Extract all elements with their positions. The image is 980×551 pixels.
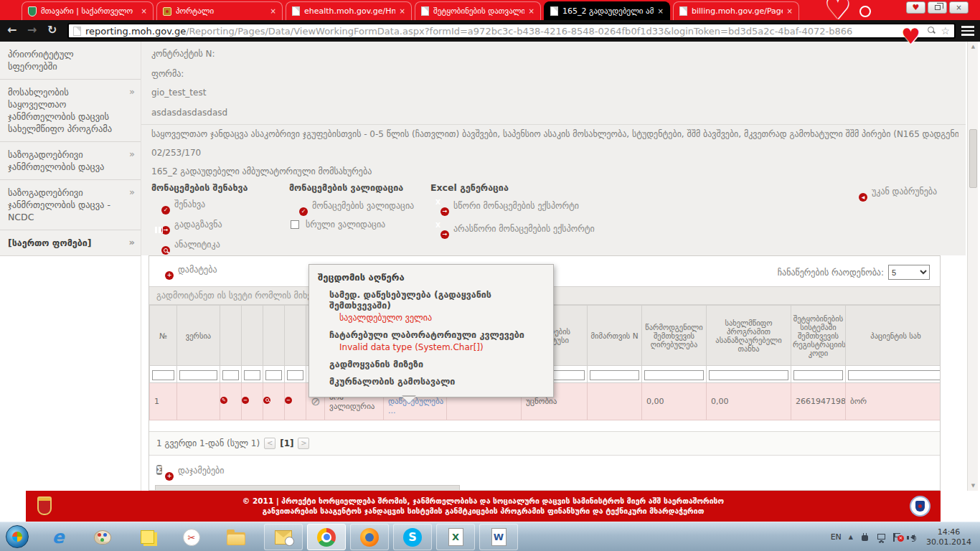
sidebar-item-public-health[interactable]: საზოგადოებრივი ჯანმრთელობის დაცვა »: [0, 141, 141, 179]
page-favicon: [550, 6, 558, 16]
filter-input[interactable]: [244, 370, 260, 380]
search-icon[interactable]: [928, 27, 936, 35]
cell-edit[interactable]: ✎: [220, 383, 242, 420]
network-icon[interactable]: [877, 532, 886, 542]
browser-menu-button[interactable]: [961, 26, 974, 38]
url-text[interactable]: reporting.moh.gov.ge/Reporting/Pages/Dat…: [85, 26, 923, 37]
start-button[interactable]: [6, 525, 29, 548]
current-page[interactable]: [1]: [280, 438, 293, 448]
column-header-patient-name[interactable]: პაციენტის სახ: [846, 306, 941, 366]
taskbar-excel[interactable]: X: [436, 524, 475, 550]
address-bar[interactable]: reporting.moh.gov.ge/Reporting/Pages/Dat…: [67, 23, 956, 39]
column-header-case-cost[interactable]: წარმოდგენილი შემთხვევის ღირებულება: [642, 306, 707, 366]
filter-input[interactable]: [287, 370, 303, 380]
filter-input[interactable]: [709, 370, 788, 380]
scrollbar-thumb[interactable]: [969, 129, 977, 188]
sidebar-item-public-health-ncdc[interactable]: საზოგადოებრივი ჯანმრთელობის დაცვა - NCDC…: [0, 179, 141, 230]
close-button[interactable]: ×: [949, 1, 969, 14]
scroll-up-icon[interactable]: ▲: [968, 44, 979, 50]
speaker-icon[interactable]: [910, 532, 919, 542]
restore-button[interactable]: [928, 1, 947, 14]
filter-input[interactable]: [590, 370, 639, 380]
power-plug-icon[interactable]: [860, 532, 870, 542]
tab-close-icon[interactable]: ×: [400, 7, 405, 15]
send-button[interactable]: → გადაგზავნა: [153, 217, 222, 232]
tab-close-icon[interactable]: ×: [529, 7, 534, 15]
summaries-button[interactable]: Σ+ დაჯამებები: [156, 463, 225, 479]
column-header-reg-code[interactable]: შეტყობინების სისტემაში შემთხვევის რეგისტ…: [791, 306, 846, 366]
column-header-referral-n[interactable]: მიმართვის N: [588, 306, 642, 366]
analytics-button[interactable]: ანალიტიკა: [153, 237, 220, 253]
excel-export-icon: X→: [432, 198, 447, 214]
taskbar-outlook[interactable]: [264, 524, 303, 550]
export-invalid-button[interactable]: X→ არასწორი მონაცემების ექსპორტი: [432, 221, 595, 237]
pagination-bar: 1 გვერდი 1-დან (სულ 1) < [1] >: [149, 431, 941, 456]
pagination-text: 1 გვერდი 1-დან (სულ 1): [156, 438, 260, 448]
minimize-button[interactable]: ♥: [906, 1, 925, 14]
tab-close-icon[interactable]: ×: [787, 7, 793, 15]
tab-portali[interactable]: პორტალი ×: [156, 1, 283, 20]
cell-delete[interactable]: −: [242, 383, 263, 420]
reload-button[interactable]: ↻: [47, 23, 57, 37]
sidebar-item-universal-healthcare[interactable]: მოსახლეობის საყოველთაო ჯანმრთელობის დაცვ…: [0, 79, 141, 141]
forward-button[interactable]: →: [27, 23, 37, 37]
add-record-button[interactable]: + დამატება: [156, 262, 217, 278]
add-icon: +: [156, 262, 171, 278]
column-header-icon: [285, 306, 306, 366]
taskbar-explorer[interactable]: [217, 524, 255, 550]
tab-mtavari[interactable]: მთავარი | საქართველო ×: [22, 1, 154, 20]
tray-expand-icon[interactable]: ▲: [849, 534, 853, 540]
action-center-flag-icon[interactable]: [893, 532, 903, 542]
column-header-program-amount[interactable]: სახელმწიფო პროგრამით ასანაზღაურებელი თან…: [707, 306, 791, 366]
save-button[interactable]: ✓ შენახვა: [153, 197, 205, 212]
tab-billing[interactable]: billing.moh.gov.ge/Pages ×: [673, 1, 799, 20]
taskbar-sticky-notes[interactable]: [128, 524, 166, 550]
taskbar-internet-explorer[interactable]: e: [39, 524, 77, 550]
scroll-down-icon[interactable]: ▼: [968, 483, 979, 489]
filter-input[interactable]: [265, 370, 282, 380]
previous-page-button[interactable]: <: [264, 438, 275, 449]
link-ellipsis[interactable]: ...: [388, 406, 442, 415]
export-invalid-label: არასწორი მონაცემების ექსპორტი: [453, 224, 595, 234]
back-button[interactable]: ←: [7, 23, 17, 37]
cell-remove[interactable]: −: [285, 383, 306, 420]
tooltip-field: სამედ. დაწესებულება (გადაყვანის შემთხვევ…: [329, 289, 545, 311]
taskbar-clock[interactable]: 14:46 30.01.2014: [926, 527, 977, 547]
tab-shetkobineba[interactable]: შეტყობინების დათვალი ×: [415, 1, 541, 20]
sidebar-item-label: მოსახლეობის საყოველთაო ჯანმრთელობის დაცვ…: [8, 87, 112, 134]
full-validation-checkbox[interactable]: [291, 220, 299, 229]
sidebar-item-common-forms[interactable]: [საერთო ფომები] »: [0, 230, 141, 255]
filter-input[interactable]: [848, 370, 941, 380]
taskbar-paint[interactable]: [83, 524, 122, 550]
sidebar-item-priority-areas[interactable]: პრიორიტეტულ სფეროებში: [0, 42, 141, 79]
validate-button[interactable]: ✓ მონაცემების ვალიდაცია: [291, 198, 414, 214]
next-page-button[interactable]: >: [298, 438, 309, 449]
column-header-version[interactable]: ვერსია: [177, 306, 220, 366]
tab-ehealth[interactable]: ehealth.moh.gov.ge/Hmis ×: [286, 1, 412, 20]
language-indicator[interactable]: EN: [831, 532, 842, 542]
taskbar-skype[interactable]: S: [393, 524, 432, 550]
tab-label: ehealth.moh.gov.ge/Hmis: [304, 6, 395, 16]
filter-input[interactable]: [222, 370, 239, 380]
back-to-list-button[interactable]: ◀ უკან დაბრუნება: [850, 184, 937, 199]
magnifier-badge-icon: [263, 397, 270, 404]
arrow-badge-icon: →: [440, 207, 449, 216]
bookmark-star-icon[interactable]: ☆: [941, 25, 950, 37]
taskbar-snipping-tool[interactable]: ✂: [172, 524, 211, 550]
page-scrollbar[interactable]: ▲ ▼: [967, 42, 978, 491]
records-count-select[interactable]: 5: [888, 265, 930, 280]
taskbar-chrome-active[interactable]: [307, 524, 346, 550]
filter-input[interactable]: [644, 370, 704, 380]
taskbar-word[interactable]: W: [479, 524, 518, 550]
filter-input[interactable]: [793, 370, 843, 380]
tab-close-icon[interactable]: ×: [270, 7, 276, 15]
tab-active-165-2[interactable]: 165_2 გადაუდებელი ამბუ ×: [544, 1, 670, 20]
cell-view[interactable]: [263, 383, 285, 420]
filter-input[interactable]: [152, 370, 174, 380]
tab-close-icon[interactable]: ×: [658, 7, 664, 15]
tab-close-icon[interactable]: ×: [141, 7, 147, 15]
column-header-num[interactable]: №: [150, 306, 177, 366]
filter-input[interactable]: [179, 370, 217, 380]
taskbar-firefox[interactable]: [350, 524, 389, 550]
export-valid-button[interactable]: X→ სწორი მონაცემების ექსპორტი: [432, 198, 579, 214]
